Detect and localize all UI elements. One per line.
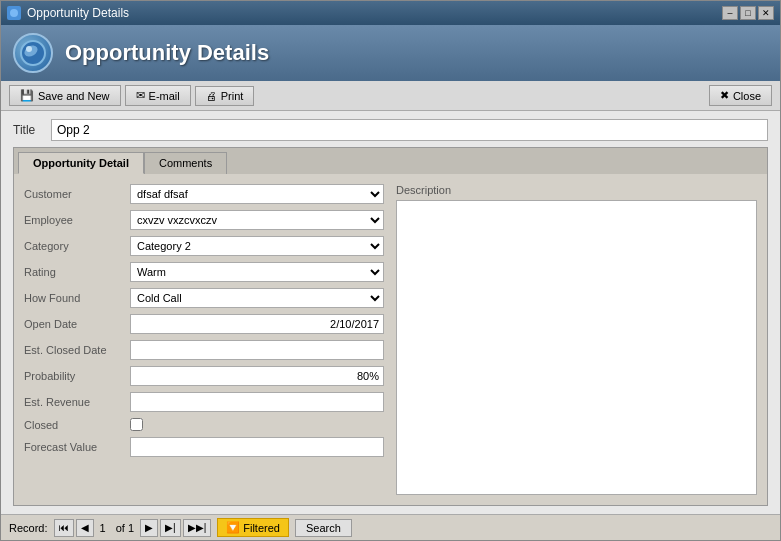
forecast-value-label: Forecast Value — [24, 441, 124, 453]
svg-point-4 — [26, 46, 32, 52]
title-bar-left: Opportunity Details — [7, 6, 129, 20]
save-and-new-button[interactable]: 💾 Save and New — [9, 85, 121, 106]
est-closed-date-label: Est. Closed Date — [24, 344, 124, 356]
app-logo-icon — [13, 33, 53, 73]
how-found-row: How Found Cold Call Advertisement Referr… — [24, 288, 384, 308]
record-navigation: ⏮ ◀ 1 of 1 ▶ ▶| ▶▶| — [54, 519, 212, 537]
email-button[interactable]: ✉ E-mail — [125, 85, 191, 106]
category-row: Category Category 2 — [24, 236, 384, 256]
category-label: Category — [24, 240, 124, 252]
app-header: Opportunity Details — [1, 25, 780, 81]
customer-label: Customer — [24, 188, 124, 200]
tab-opportunity-detail[interactable]: Opportunity Detail — [18, 152, 144, 174]
filtered-button[interactable]: 🔽 Filtered — [217, 518, 289, 537]
print-icon: 🖨 — [206, 90, 217, 102]
how-found-select[interactable]: Cold Call Advertisement Referral Web — [130, 288, 384, 308]
title-label: Title — [13, 123, 43, 137]
record-of-total: of 1 — [116, 522, 134, 534]
est-revenue-label: Est. Revenue — [24, 396, 124, 408]
rating-label: Rating — [24, 266, 124, 278]
forecast-value-input[interactable] — [130, 437, 384, 457]
email-icon: ✉ — [136, 89, 145, 102]
record-position: 1 — [100, 522, 106, 534]
rating-select-wrapper: Warm Hot Cold — [130, 262, 384, 282]
est-closed-date-row: Est. Closed Date — [24, 340, 384, 360]
title-bar-controls: – □ ✕ — [722, 6, 774, 20]
window-close-button[interactable]: ✕ — [758, 6, 774, 20]
filter-icon: 🔽 — [226, 521, 240, 534]
window-title: Opportunity Details — [27, 6, 129, 20]
est-revenue-row: Est. Revenue — [24, 392, 384, 412]
est-revenue-input[interactable] — [130, 392, 384, 412]
employee-select[interactable]: cxvzv vxzcvxczv — [130, 210, 384, 230]
tab-container: Opportunity Detail Comments Customer dfs… — [13, 147, 768, 506]
search-button[interactable]: Search — [295, 519, 352, 537]
how-found-select-wrapper: Cold Call Advertisement Referral Web — [130, 288, 384, 308]
tab-comments[interactable]: Comments — [144, 152, 227, 174]
next-set-button[interactable]: ▶| — [160, 519, 181, 537]
employee-label: Employee — [24, 214, 124, 226]
print-button[interactable]: 🖨 Print — [195, 86, 255, 106]
save-icon: 💾 — [20, 89, 34, 102]
title-bar: Opportunity Details – □ ✕ — [1, 1, 780, 25]
title-row: Title — [13, 119, 768, 141]
employee-row: Employee cxvzv vxzcvxczv — [24, 210, 384, 230]
maximize-button[interactable]: □ — [740, 6, 756, 20]
content-area: Title Opportunity Detail Comments Custom… — [1, 111, 780, 514]
app-title: Opportunity Details — [65, 40, 269, 66]
open-date-row: Open Date — [24, 314, 384, 334]
open-date-input[interactable] — [130, 314, 384, 334]
svg-point-1 — [10, 9, 18, 17]
description-section: Description — [396, 184, 757, 495]
category-select-wrapper: Category 2 — [130, 236, 384, 256]
title-input[interactable] — [51, 119, 768, 141]
record-label: Record: — [9, 522, 48, 534]
tab-bar: Opportunity Detail Comments — [14, 148, 767, 174]
rating-select[interactable]: Warm Hot Cold — [130, 262, 384, 282]
form-section: Customer dfsaf dfsaf Employee cxvzv vxz — [24, 184, 384, 495]
close-icon: ✖ — [720, 89, 729, 102]
probability-row: Probability — [24, 366, 384, 386]
next-record-button[interactable]: ▶ — [140, 519, 158, 537]
probability-input[interactable] — [130, 366, 384, 386]
category-select[interactable]: Category 2 — [130, 236, 384, 256]
rating-row: Rating Warm Hot Cold — [24, 262, 384, 282]
how-found-label: How Found — [24, 292, 124, 304]
minimize-button[interactable]: – — [722, 6, 738, 20]
employee-select-wrapper: cxvzv vxzcvxczv — [130, 210, 384, 230]
open-date-label: Open Date — [24, 318, 124, 330]
description-label: Description — [396, 184, 757, 196]
customer-select-wrapper: dfsaf dfsaf — [130, 184, 384, 204]
first-record-button[interactable]: ⏮ — [54, 519, 74, 537]
tab-content: Customer dfsaf dfsaf Employee cxvzv vxz — [14, 174, 767, 505]
description-textarea[interactable] — [396, 200, 757, 495]
window-icon — [7, 6, 21, 20]
toolbar: 💾 Save and New ✉ E-mail 🖨 Print ✖ Close — [1, 81, 780, 111]
est-closed-date-input[interactable] — [130, 340, 384, 360]
customer-row: Customer dfsaf dfsaf — [24, 184, 384, 204]
main-window: Opportunity Details – □ ✕ Opportunity De… — [0, 0, 781, 541]
probability-label: Probability — [24, 370, 124, 382]
customer-select[interactable]: dfsaf dfsaf — [130, 184, 384, 204]
closed-label: Closed — [24, 419, 124, 431]
closed-row: Closed — [24, 418, 384, 431]
closed-checkbox[interactable] — [130, 418, 143, 431]
status-bar: Record: ⏮ ◀ 1 of 1 ▶ ▶| ▶▶| 🔽 Filtered S… — [1, 514, 780, 540]
close-button[interactable]: ✖ Close — [709, 85, 772, 106]
logo-svg — [19, 39, 47, 67]
forecast-value-row: Forecast Value — [24, 437, 384, 457]
last-record-button[interactable]: ▶▶| — [183, 519, 212, 537]
prev-record-button[interactable]: ◀ — [76, 519, 94, 537]
